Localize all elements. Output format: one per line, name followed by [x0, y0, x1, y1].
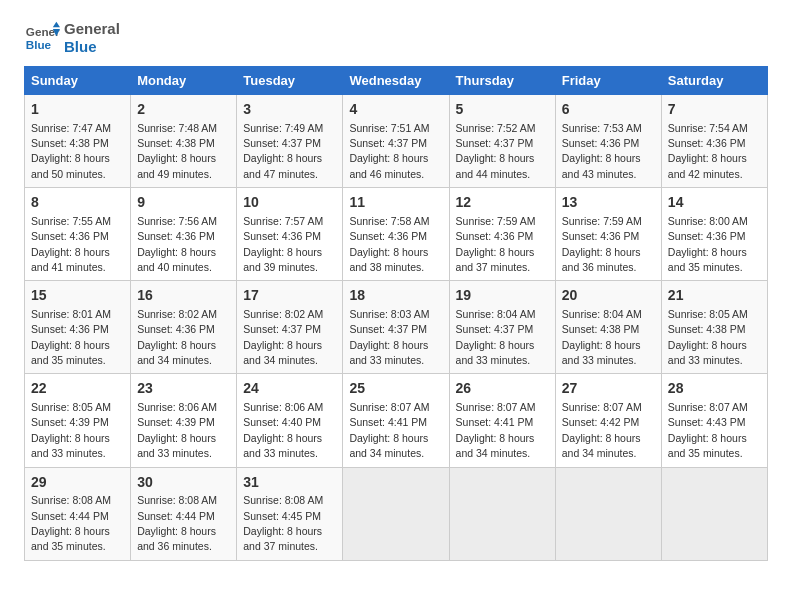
svg-text:Blue: Blue: [26, 38, 52, 51]
daylight-info: Daylight: 8 hours and 34 minutes.: [456, 432, 535, 459]
day-number: 10: [243, 193, 336, 213]
day-number: 23: [137, 379, 230, 399]
sunset-info: Sunset: 4:39 PM: [137, 416, 215, 428]
logo: General Blue General Blue: [24, 20, 120, 56]
calendar-cell: [343, 467, 449, 560]
sunset-info: Sunset: 4:44 PM: [31, 510, 109, 522]
sunrise-info: Sunrise: 8:07 AM: [456, 401, 536, 413]
sunset-info: Sunset: 4:43 PM: [668, 416, 746, 428]
calendar-cell: 10Sunrise: 7:57 AMSunset: 4:36 PMDayligh…: [237, 188, 343, 281]
calendar-cell: 26Sunrise: 8:07 AMSunset: 4:41 PMDayligh…: [449, 374, 555, 467]
sunrise-info: Sunrise: 7:56 AM: [137, 215, 217, 227]
calendar-header: SundayMondayTuesdayWednesdayThursdayFrid…: [25, 67, 768, 95]
daylight-info: Daylight: 8 hours and 34 minutes.: [137, 339, 216, 366]
daylight-info: Daylight: 8 hours and 33 minutes.: [137, 432, 216, 459]
day-number: 15: [31, 286, 124, 306]
daylight-info: Daylight: 8 hours and 37 minutes.: [243, 525, 322, 552]
day-number: 5: [456, 100, 549, 120]
sunrise-info: Sunrise: 7:57 AM: [243, 215, 323, 227]
calendar-cell: 25Sunrise: 8:07 AMSunset: 4:41 PMDayligh…: [343, 374, 449, 467]
daylight-info: Daylight: 8 hours and 34 minutes.: [562, 432, 641, 459]
day-number: 27: [562, 379, 655, 399]
calendar-row: 1Sunrise: 7:47 AMSunset: 4:38 PMDaylight…: [25, 95, 768, 188]
calendar-cell: 11Sunrise: 7:58 AMSunset: 4:36 PMDayligh…: [343, 188, 449, 281]
calendar-cell: 27Sunrise: 8:07 AMSunset: 4:42 PMDayligh…: [555, 374, 661, 467]
calendar-cell: 6Sunrise: 7:53 AMSunset: 4:36 PMDaylight…: [555, 95, 661, 188]
sunrise-info: Sunrise: 8:06 AM: [137, 401, 217, 413]
weekday-header: Friday: [555, 67, 661, 95]
calendar-cell: 3Sunrise: 7:49 AMSunset: 4:37 PMDaylight…: [237, 95, 343, 188]
sunrise-info: Sunrise: 8:04 AM: [562, 308, 642, 320]
logo-blue: Blue: [64, 38, 120, 56]
calendar-cell: 9Sunrise: 7:56 AMSunset: 4:36 PMDaylight…: [131, 188, 237, 281]
daylight-info: Daylight: 8 hours and 46 minutes.: [349, 152, 428, 179]
day-number: 31: [243, 473, 336, 493]
daylight-info: Daylight: 8 hours and 35 minutes.: [31, 525, 110, 552]
logo-icon: General Blue: [24, 20, 60, 56]
day-number: 2: [137, 100, 230, 120]
day-number: 24: [243, 379, 336, 399]
daylight-info: Daylight: 8 hours and 39 minutes.: [243, 246, 322, 273]
calendar-cell: 4Sunrise: 7:51 AMSunset: 4:37 PMDaylight…: [343, 95, 449, 188]
daylight-info: Daylight: 8 hours and 35 minutes.: [31, 339, 110, 366]
daylight-info: Daylight: 8 hours and 41 minutes.: [31, 246, 110, 273]
sunset-info: Sunset: 4:37 PM: [243, 137, 321, 149]
calendar-cell: 30Sunrise: 8:08 AMSunset: 4:44 PMDayligh…: [131, 467, 237, 560]
daylight-info: Daylight: 8 hours and 34 minutes.: [349, 432, 428, 459]
sunrise-info: Sunrise: 7:48 AM: [137, 122, 217, 134]
daylight-info: Daylight: 8 hours and 50 minutes.: [31, 152, 110, 179]
calendar-cell: [661, 467, 767, 560]
calendar-body: 1Sunrise: 7:47 AMSunset: 4:38 PMDaylight…: [25, 95, 768, 561]
daylight-info: Daylight: 8 hours and 44 minutes.: [456, 152, 535, 179]
weekday-header: Sunday: [25, 67, 131, 95]
calendar-cell: 31Sunrise: 8:08 AMSunset: 4:45 PMDayligh…: [237, 467, 343, 560]
daylight-info: Daylight: 8 hours and 47 minutes.: [243, 152, 322, 179]
sunset-info: Sunset: 4:36 PM: [562, 137, 640, 149]
day-number: 26: [456, 379, 549, 399]
sunset-info: Sunset: 4:41 PM: [456, 416, 534, 428]
weekday-header: Saturday: [661, 67, 767, 95]
sunset-info: Sunset: 4:37 PM: [456, 323, 534, 335]
daylight-info: Daylight: 8 hours and 36 minutes.: [562, 246, 641, 273]
day-number: 14: [668, 193, 761, 213]
day-number: 11: [349, 193, 442, 213]
page-header: General Blue General Blue: [24, 20, 768, 56]
daylight-info: Daylight: 8 hours and 35 minutes.: [668, 432, 747, 459]
day-number: 6: [562, 100, 655, 120]
calendar-cell: 19Sunrise: 8:04 AMSunset: 4:37 PMDayligh…: [449, 281, 555, 374]
sunrise-info: Sunrise: 7:59 AM: [456, 215, 536, 227]
sunset-info: Sunset: 4:36 PM: [31, 323, 109, 335]
daylight-info: Daylight: 8 hours and 33 minutes.: [349, 339, 428, 366]
calendar-cell: 23Sunrise: 8:06 AMSunset: 4:39 PMDayligh…: [131, 374, 237, 467]
day-number: 7: [668, 100, 761, 120]
calendar-cell: [449, 467, 555, 560]
calendar-cell: 28Sunrise: 8:07 AMSunset: 4:43 PMDayligh…: [661, 374, 767, 467]
weekday-header: Wednesday: [343, 67, 449, 95]
calendar-cell: 29Sunrise: 8:08 AMSunset: 4:44 PMDayligh…: [25, 467, 131, 560]
sunrise-info: Sunrise: 8:08 AM: [31, 494, 111, 506]
calendar-cell: 16Sunrise: 8:02 AMSunset: 4:36 PMDayligh…: [131, 281, 237, 374]
calendar-cell: 21Sunrise: 8:05 AMSunset: 4:38 PMDayligh…: [661, 281, 767, 374]
day-number: 8: [31, 193, 124, 213]
day-number: 22: [31, 379, 124, 399]
daylight-info: Daylight: 8 hours and 34 minutes.: [243, 339, 322, 366]
weekday-header: Tuesday: [237, 67, 343, 95]
calendar-cell: 20Sunrise: 8:04 AMSunset: 4:38 PMDayligh…: [555, 281, 661, 374]
sunset-info: Sunset: 4:41 PM: [349, 416, 427, 428]
daylight-info: Daylight: 8 hours and 33 minutes.: [562, 339, 641, 366]
sunset-info: Sunset: 4:36 PM: [562, 230, 640, 242]
day-number: 19: [456, 286, 549, 306]
calendar-cell: 7Sunrise: 7:54 AMSunset: 4:36 PMDaylight…: [661, 95, 767, 188]
day-number: 20: [562, 286, 655, 306]
day-number: 3: [243, 100, 336, 120]
sunrise-info: Sunrise: 7:58 AM: [349, 215, 429, 227]
calendar-cell: 2Sunrise: 7:48 AMSunset: 4:38 PMDaylight…: [131, 95, 237, 188]
calendar-cell: 14Sunrise: 8:00 AMSunset: 4:36 PMDayligh…: [661, 188, 767, 281]
calendar-row: 8Sunrise: 7:55 AMSunset: 4:36 PMDaylight…: [25, 188, 768, 281]
sunrise-info: Sunrise: 7:54 AM: [668, 122, 748, 134]
sunrise-info: Sunrise: 7:51 AM: [349, 122, 429, 134]
sunrise-info: Sunrise: 8:08 AM: [243, 494, 323, 506]
calendar-cell: 8Sunrise: 7:55 AMSunset: 4:36 PMDaylight…: [25, 188, 131, 281]
sunset-info: Sunset: 4:36 PM: [137, 323, 215, 335]
sunset-info: Sunset: 4:38 PM: [137, 137, 215, 149]
